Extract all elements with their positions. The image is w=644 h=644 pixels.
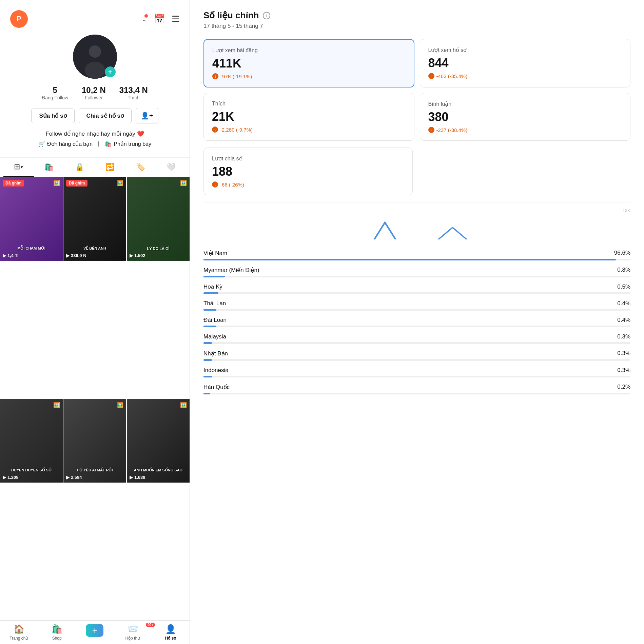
- repost-icon: 🔁: [105, 163, 115, 172]
- avatar-container: +: [73, 35, 117, 79]
- tab-shop[interactable]: 🛍️: [34, 158, 64, 177]
- nav-inbox[interactable]: 📨 99+ Hộp thư: [114, 624, 152, 641]
- add-friend-button[interactable]: 👤+: [136, 108, 158, 123]
- video-cell-2[interactable]: Đã ghim 🖼️ VỀ BÊN ANH ▶ 336,9 N: [63, 177, 126, 261]
- tab-videos[interactable]: ⊞ ▾: [3, 158, 34, 177]
- stat-card-profile-views[interactable]: Lượt xem hồ sơ 844 ↓ -463 (-35.4%): [420, 39, 631, 87]
- lock-icon: 🔒: [75, 163, 84, 172]
- trend-down-icon-4: ↓: [428, 127, 434, 133]
- cart-icon: 🛒: [38, 141, 45, 147]
- divider: |: [98, 141, 99, 147]
- country-thailand: Thái Lan 0.4%: [203, 300, 630, 311]
- inbox-label: Hộp thư: [125, 636, 140, 641]
- country-pct-6: 0.3%: [617, 350, 630, 357]
- video-views-5: ▶ 2.584: [66, 475, 82, 480]
- menu-icon[interactable]: ☰: [172, 14, 179, 24]
- following-label: Đang Follow: [42, 95, 68, 100]
- trend-down-icon-3: ↓: [212, 126, 218, 133]
- nav-home[interactable]: 🏠 Trang chủ: [0, 624, 38, 641]
- inbox-badge: 99+: [146, 623, 155, 627]
- bottom-nav: 🏠 Trang chủ 🛍️ Shop + 📨 99+ Hộp thư 👤 Hồ…: [0, 620, 190, 644]
- views-count-3: 1.502: [134, 253, 145, 258]
- p-badge[interactable]: P: [10, 10, 28, 28]
- country-name-1: Myanmar (Miến Điện): [203, 267, 259, 274]
- country-name-0: Việt Nam: [203, 250, 227, 257]
- country-bar-bg-0: [203, 259, 630, 260]
- videos-grid-icon: ⊞: [14, 162, 20, 171]
- shares-change-text: -66 (-26%): [220, 182, 244, 188]
- country-indonesia: Indonesia 0.3%: [203, 367, 630, 377]
- country-bar-fill-0: [203, 259, 616, 260]
- nav-shop[interactable]: 🛍️ Shop: [38, 624, 76, 641]
- tab-liked[interactable]: 🤍: [156, 158, 186, 177]
- video-cell-6[interactable]: 🖼️ ANH MUỐN EM SỐNG SAO ▶ 1.638: [127, 399, 190, 483]
- country-pct-8: 0.2%: [617, 384, 630, 391]
- profile-views-change-text: -463 (-35.4%): [436, 73, 468, 79]
- country-pct-0: 96.6%: [614, 250, 630, 257]
- video-title-1: MỖI CHẠM MỚI: [3, 246, 60, 251]
- tab-lock[interactable]: 🔒: [64, 158, 95, 177]
- country-bar-fill-1: [203, 276, 225, 277]
- video-title-2: VỀ BÊN ANH: [66, 246, 123, 251]
- profile-views-value: 844: [428, 56, 622, 70]
- date-range: 17 tháng 5 - 15 tháng 7: [203, 23, 630, 30]
- country-name-5: Malaysia: [203, 333, 226, 340]
- nav-create[interactable]: +: [76, 624, 114, 641]
- shop-label: Shop: [52, 636, 62, 641]
- country-bar-fill-5: [203, 342, 212, 344]
- profile-nav-icon: 👤: [165, 624, 176, 635]
- views-card-label: Lượt xem bài đăng: [212, 47, 406, 54]
- video-views-4: ▶ 1.208: [3, 475, 19, 480]
- orders-text: Đơn hàng của bạn: [47, 141, 93, 147]
- showcase-link[interactable]: 🛍️ Phần trưng bày: [105, 141, 151, 147]
- country-pct-1: 0.8%: [617, 267, 630, 274]
- shares-label: Lượt chia sẻ: [212, 155, 404, 162]
- views-card-change: ↓ -97K (-19.1%): [212, 73, 406, 79]
- video-title-3: LÝ DO LÀ GÌ: [130, 247, 187, 251]
- info-icon[interactable]: i: [263, 12, 270, 19]
- profile-stats: 5 Đang Follow 10,2 N Follower 313,4 N Th…: [42, 85, 148, 100]
- chart-label: 13K: [203, 208, 630, 213]
- nav-profile[interactable]: 👤 Hồ sơ: [152, 624, 190, 641]
- edit-profile-button[interactable]: Sửa hồ sơ: [31, 109, 74, 123]
- stat-card-comments[interactable]: Bình luận 380 ↓ -237 (-38.4%): [420, 93, 631, 141]
- stats-cards-grid: Lượt xem bài đăng 411K ↓ -97K (-19.1%) L…: [203, 39, 630, 141]
- shop-tab-icon: 🛍️: [44, 163, 54, 172]
- country-bar-fill-7: [203, 376, 212, 377]
- follower-stat: 10,2 N Follower: [82, 85, 106, 100]
- pinned-badge-2: Đã ghim: [66, 180, 87, 187]
- video-cell-5[interactable]: 🖼️ HỌ YÊU AI MẤT RỒI ▶ 2.584: [63, 399, 126, 483]
- analytics-header: Số liệu chính i: [203, 10, 630, 21]
- video-cell-1[interactable]: Đã ghim 🖼️ MỖI CHẠM MỚI ▶ 1,4 Tr: [0, 177, 63, 261]
- bag-icon: 🛍️: [105, 141, 112, 147]
- comments-change-text: -237 (-38.4%): [436, 127, 468, 133]
- video-cell-4[interactable]: 🖼️ DUYÊN DUYÊN SỐ SỐ ▶ 1.208: [0, 399, 63, 483]
- tab-tag[interactable]: 🏷️: [125, 158, 156, 177]
- orders-link[interactable]: 🛒 Đơn hàng của bạn: [38, 141, 93, 147]
- likes-count: 313,4 N: [119, 85, 148, 95]
- country-bar-bg-5: [203, 342, 630, 344]
- trend-down-icon-2: ↓: [428, 73, 434, 79]
- calendar-icon[interactable]: 📅: [154, 14, 165, 24]
- tab-repost[interactable]: 🔁: [95, 158, 125, 177]
- country-list: Việt Nam 96.6% Myanmar (Miến Điện) 0.8% …: [203, 250, 630, 394]
- country-bar-fill-4: [203, 326, 216, 327]
- country-bar-bg-1: [203, 276, 630, 277]
- chevron-down-icon[interactable]: ⌄: [141, 15, 147, 23]
- country-japan: Nhật Bản 0.3%: [203, 350, 630, 361]
- follower-label: Follower: [85, 95, 103, 100]
- country-usa: Hoa Kỳ 0.5%: [203, 284, 630, 294]
- country-bar-fill-6: [203, 359, 212, 361]
- country-pct-7: 0.3%: [617, 367, 630, 374]
- right-panel: Số liệu chính i 17 tháng 5 - 15 tháng 7 …: [190, 0, 644, 644]
- share-profile-button[interactable]: Chia sẻ hồ sơ: [79, 109, 132, 123]
- stat-card-likes[interactable]: Thích 21K ↓ -2,280 (-9.7%): [203, 93, 414, 141]
- views-change-text: -97K (-19.1%): [220, 74, 252, 79]
- play-icon-5: ▶: [66, 475, 70, 480]
- video-cell-3[interactable]: 🖼️ LÝ DO LÀ GÌ ▶ 1.502: [127, 177, 190, 261]
- stat-card-views[interactable]: Lượt xem bài đăng 411K ↓ -97K (-19.1%): [203, 39, 414, 87]
- country-vietnam: Việt Nam 96.6%: [203, 250, 630, 260]
- add-avatar-button[interactable]: +: [105, 66, 116, 77]
- create-button[interactable]: +: [86, 624, 103, 637]
- stat-card-shares[interactable]: Lượt chia sẻ 188 ↓ -66 (-26%): [203, 148, 413, 195]
